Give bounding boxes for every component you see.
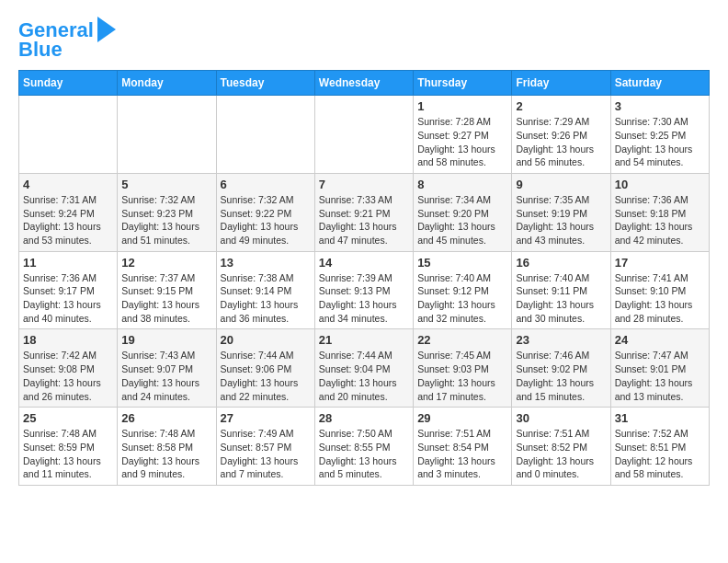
day-number: 1 [417, 99, 507, 113]
weekday-header-wednesday: Wednesday [314, 71, 413, 96]
calendar-cell: 26Sunrise: 7:48 AM Sunset: 8:58 PM Dayli… [118, 408, 216, 486]
day-info: Sunrise: 7:32 AM Sunset: 9:23 PM Dayligh… [121, 193, 211, 247]
calendar-cell: 5Sunrise: 7:32 AM Sunset: 9:23 PM Daylig… [118, 173, 216, 251]
day-info: Sunrise: 7:28 AM Sunset: 9:27 PM Dayligh… [417, 115, 507, 169]
calendar-week-row: 18Sunrise: 7:42 AM Sunset: 9:08 PM Dayli… [19, 329, 710, 408]
day-number: 5 [121, 178, 211, 191]
day-info: Sunrise: 7:51 AM Sunset: 8:52 PM Dayligh… [516, 427, 606, 481]
calendar-cell: 20Sunrise: 7:44 AM Sunset: 9:06 PM Dayli… [216, 329, 314, 408]
calendar-cell: 6Sunrise: 7:32 AM Sunset: 9:22 PM Daylig… [216, 173, 314, 251]
day-number: 10 [615, 178, 705, 191]
day-number: 3 [615, 99, 705, 113]
day-info: Sunrise: 7:45 AM Sunset: 9:03 PM Dayligh… [417, 349, 507, 403]
calendar-cell: 18Sunrise: 7:42 AM Sunset: 9:08 PM Dayli… [19, 329, 118, 408]
calendar-cell: 16Sunrise: 7:40 AM Sunset: 9:11 PM Dayli… [512, 251, 610, 329]
calendar-cell: 10Sunrise: 7:36 AM Sunset: 9:18 PM Dayli… [610, 173, 709, 251]
calendar-cell: 2Sunrise: 7:29 AM Sunset: 9:26 PM Daylig… [512, 96, 610, 174]
calendar-cell: 9Sunrise: 7:35 AM Sunset: 9:19 PM Daylig… [512, 173, 610, 251]
calendar-cell: 7Sunrise: 7:33 AM Sunset: 9:21 PM Daylig… [314, 173, 413, 251]
weekday-header-friday: Friday [512, 71, 610, 96]
day-info: Sunrise: 7:44 AM Sunset: 9:04 PM Dayligh… [319, 349, 409, 403]
day-info: Sunrise: 7:38 AM Sunset: 9:14 PM Dayligh… [221, 271, 311, 326]
day-number: 26 [121, 411, 211, 425]
day-number: 31 [615, 411, 705, 425]
weekday-header-sunday: Sunday [19, 71, 118, 96]
day-number: 12 [121, 256, 211, 270]
day-info: Sunrise: 7:37 AM Sunset: 9:15 PM Dayligh… [121, 271, 211, 326]
calendar-body: 1Sunrise: 7:28 AM Sunset: 9:27 PM Daylig… [19, 96, 710, 486]
weekday-header-thursday: Thursday [414, 71, 512, 96]
calendar-cell: 17Sunrise: 7:41 AM Sunset: 9:10 PM Dayli… [610, 251, 709, 329]
calendar-cell: 21Sunrise: 7:44 AM Sunset: 9:04 PM Dayli… [314, 329, 413, 408]
day-info: Sunrise: 7:36 AM Sunset: 9:17 PM Dayligh… [23, 271, 113, 326]
calendar-cell [118, 96, 216, 174]
day-number: 28 [319, 411, 409, 425]
weekday-header-row: SundayMondayTuesdayWednesdayThursdayFrid… [19, 71, 710, 96]
calendar-cell: 1Sunrise: 7:28 AM Sunset: 9:27 PM Daylig… [414, 96, 512, 174]
day-info: Sunrise: 7:39 AM Sunset: 9:13 PM Dayligh… [319, 271, 409, 326]
calendar-cell: 24Sunrise: 7:47 AM Sunset: 9:01 PM Dayli… [610, 329, 709, 408]
day-number: 9 [516, 178, 606, 191]
day-info: Sunrise: 7:31 AM Sunset: 9:24 PM Dayligh… [23, 193, 113, 247]
calendar-cell: 27Sunrise: 7:49 AM Sunset: 8:57 PM Dayli… [216, 408, 314, 486]
day-number: 16 [516, 256, 606, 270]
page-header: General Blue [18, 18, 710, 61]
logo-text-blue: Blue [18, 39, 63, 61]
day-number: 19 [121, 333, 211, 347]
logo-arrow-icon [97, 17, 116, 42]
calendar-cell: 28Sunrise: 7:50 AM Sunset: 8:55 PM Dayli… [314, 408, 413, 486]
day-info: Sunrise: 7:36 AM Sunset: 9:18 PM Dayligh… [615, 193, 705, 247]
day-info: Sunrise: 7:52 AM Sunset: 8:51 PM Dayligh… [615, 427, 705, 481]
day-number: 25 [23, 411, 113, 425]
calendar-cell: 25Sunrise: 7:48 AM Sunset: 8:59 PM Dayli… [19, 408, 118, 486]
day-info: Sunrise: 7:48 AM Sunset: 8:59 PM Dayligh… [23, 427, 113, 481]
calendar-cell: 30Sunrise: 7:51 AM Sunset: 8:52 PM Dayli… [512, 408, 610, 486]
weekday-header-saturday: Saturday [610, 71, 709, 96]
calendar-week-row: 11Sunrise: 7:36 AM Sunset: 9:17 PM Dayli… [19, 251, 710, 329]
day-number: 4 [23, 178, 113, 191]
day-number: 20 [221, 333, 311, 347]
day-number: 8 [417, 178, 507, 191]
day-info: Sunrise: 7:49 AM Sunset: 8:57 PM Dayligh… [221, 427, 311, 481]
day-number: 7 [319, 178, 409, 191]
day-number: 18 [23, 333, 113, 347]
day-info: Sunrise: 7:40 AM Sunset: 9:12 PM Dayligh… [417, 271, 507, 326]
calendar-week-row: 4Sunrise: 7:31 AM Sunset: 9:24 PM Daylig… [19, 173, 710, 251]
weekday-header-tuesday: Tuesday [216, 71, 314, 96]
calendar-cell: 14Sunrise: 7:39 AM Sunset: 9:13 PM Dayli… [314, 251, 413, 329]
calendar-cell: 22Sunrise: 7:45 AM Sunset: 9:03 PM Dayli… [414, 329, 512, 408]
day-number: 22 [417, 333, 507, 347]
calendar-cell: 29Sunrise: 7:51 AM Sunset: 8:54 PM Dayli… [414, 408, 512, 486]
day-info: Sunrise: 7:33 AM Sunset: 9:21 PM Dayligh… [319, 193, 409, 247]
calendar-cell: 31Sunrise: 7:52 AM Sunset: 8:51 PM Dayli… [610, 408, 709, 486]
day-number: 24 [615, 333, 705, 347]
calendar-table: SundayMondayTuesdayWednesdayThursdayFrid… [18, 70, 710, 486]
calendar-cell [19, 96, 118, 174]
calendar-cell [216, 96, 314, 174]
calendar-cell: 8Sunrise: 7:34 AM Sunset: 9:20 PM Daylig… [414, 173, 512, 251]
day-number: 27 [221, 411, 311, 425]
day-number: 15 [417, 256, 507, 270]
calendar-week-row: 25Sunrise: 7:48 AM Sunset: 8:59 PM Dayli… [19, 408, 710, 486]
day-number: 21 [319, 333, 409, 347]
day-number: 30 [516, 411, 606, 425]
calendar-week-row: 1Sunrise: 7:28 AM Sunset: 9:27 PM Daylig… [19, 96, 710, 174]
day-number: 2 [516, 99, 606, 113]
day-info: Sunrise: 7:46 AM Sunset: 9:02 PM Dayligh… [516, 349, 606, 403]
day-info: Sunrise: 7:34 AM Sunset: 9:20 PM Dayligh… [417, 193, 507, 247]
day-info: Sunrise: 7:41 AM Sunset: 9:10 PM Dayligh… [615, 271, 705, 326]
day-info: Sunrise: 7:30 AM Sunset: 9:25 PM Dayligh… [615, 115, 705, 169]
calendar-cell: 13Sunrise: 7:38 AM Sunset: 9:14 PM Dayli… [216, 251, 314, 329]
calendar-cell: 15Sunrise: 7:40 AM Sunset: 9:12 PM Dayli… [414, 251, 512, 329]
day-info: Sunrise: 7:51 AM Sunset: 8:54 PM Dayligh… [417, 427, 507, 481]
day-number: 17 [615, 256, 705, 270]
day-info: Sunrise: 7:32 AM Sunset: 9:22 PM Dayligh… [221, 193, 311, 247]
calendar-cell: 4Sunrise: 7:31 AM Sunset: 9:24 PM Daylig… [19, 173, 118, 251]
day-info: Sunrise: 7:50 AM Sunset: 8:55 PM Dayligh… [319, 427, 409, 481]
calendar-cell: 23Sunrise: 7:46 AM Sunset: 9:02 PM Dayli… [512, 329, 610, 408]
calendar-cell: 3Sunrise: 7:30 AM Sunset: 9:25 PM Daylig… [610, 96, 709, 174]
day-number: 11 [23, 256, 113, 270]
logo: General Blue [18, 18, 116, 61]
day-info: Sunrise: 7:29 AM Sunset: 9:26 PM Dayligh… [516, 115, 606, 169]
day-info: Sunrise: 7:40 AM Sunset: 9:11 PM Dayligh… [516, 271, 606, 326]
